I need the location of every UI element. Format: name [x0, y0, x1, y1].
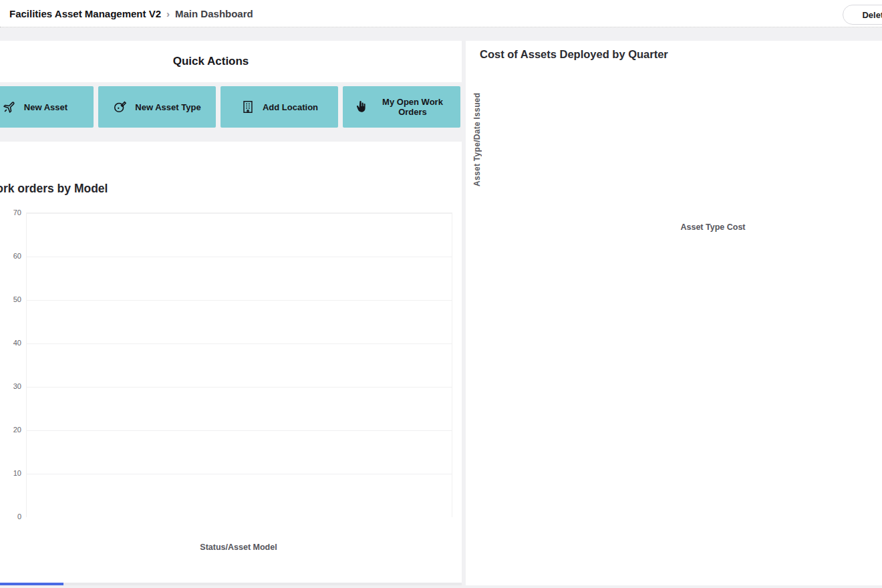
cost-chart-xaxis-title: Asset Type Cost	[646, 223, 780, 232]
y-axis-tick-label: 10	[0, 469, 21, 477]
gridline	[27, 343, 452, 344]
right-panel: Cost of Assets Deployed by Quarter Asset…	[466, 41, 882, 585]
quick-action-new-asset[interactable]: New Asset	[0, 86, 94, 128]
quick-action-label: New Asset Type	[135, 102, 200, 112]
building-icon	[241, 100, 255, 114]
hand-pointer-icon	[353, 100, 368, 114]
gridline	[27, 387, 452, 388]
work-orders-chart-plot: 010203040506070	[26, 212, 452, 517]
y-axis-tick-label: 0	[0, 512, 21, 521]
y-axis-tick-label: 60	[0, 252, 21, 260]
top-bar: Facilities Asset Management V2 › Main Da…	[0, 0, 882, 27]
y-axis-tick-label: 20	[0, 426, 21, 434]
gridline	[27, 474, 452, 474]
gridline	[27, 257, 452, 257]
quick-action-label: Add Location	[263, 102, 318, 112]
tag-pencil-icon	[113, 100, 128, 114]
quick-actions-card: Quick Actions	[0, 41, 462, 82]
cost-chart-title: Cost of Assets Deployed by Quarter	[480, 48, 668, 61]
delete-button[interactable]: Delete	[843, 5, 882, 25]
quick-action-my-open-work-orders[interactable]: My Open Work Orders	[343, 86, 460, 128]
gridline	[27, 213, 452, 214]
quick-actions-buttons: New AssetNew Asset TypeAdd LocationMy Op…	[0, 86, 470, 128]
breadcrumb-page-title: Main Dashboard	[175, 8, 253, 19]
work-orders-xaxis-title: Status/Asset Model	[26, 543, 451, 552]
quick-action-new-asset-type[interactable]: New Asset Type	[98, 86, 216, 128]
plane-icon	[2, 100, 17, 114]
work-orders-chart-title: Work orders by Model	[0, 182, 108, 196]
horizontal-scrollbar-track[interactable]	[0, 583, 462, 585]
gridline	[27, 430, 452, 431]
work-orders-chart-card: Work orders by Model 010203040506070 Sta…	[0, 142, 462, 583]
y-axis-tick-label: 50	[0, 295, 21, 303]
quick-action-add-location[interactable]: Add Location	[220, 86, 338, 128]
y-axis-tick-label: 40	[0, 339, 21, 347]
breadcrumb: Facilities Asset Management V2 › Main Da…	[9, 0, 253, 27]
gridline	[27, 300, 452, 301]
cost-chart-plot	[535, 73, 882, 200]
y-axis-tick-label: 70	[0, 208, 21, 216]
y-axis-tick-label: 30	[0, 382, 21, 390]
quick-actions-title: Quick Actions	[0, 41, 462, 82]
horizontal-scrollbar-thumb[interactable]	[0, 583, 63, 585]
quick-action-label: My Open Work Orders	[376, 97, 450, 117]
breadcrumb-separator: ›	[166, 8, 170, 19]
cost-chart-yaxis-title: Asset Type/Date Issued	[472, 73, 482, 206]
quick-action-label: New Asset	[24, 102, 67, 112]
breadcrumb-app-title[interactable]: Facilities Asset Management V2	[9, 8, 161, 19]
